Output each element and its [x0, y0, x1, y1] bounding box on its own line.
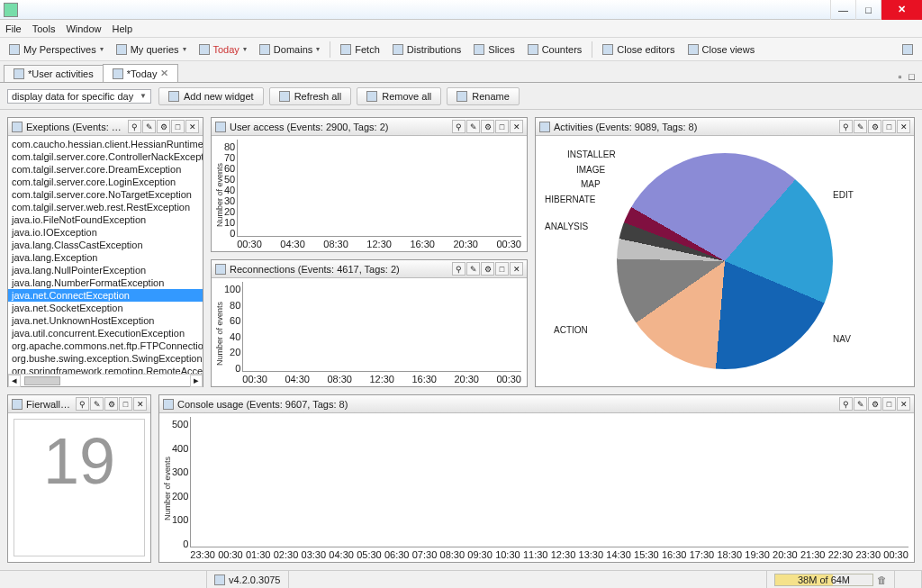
- main-toolbar: My Perspectives▾My queries▾Today▾Domains…: [0, 38, 922, 61]
- btn-refresh-all[interactable]: Refresh all: [269, 87, 352, 105]
- exception-item[interactable]: java.io.IOException: [8, 226, 203, 239]
- status-bar: v4.2.0.3075 38M of 64M 🗑: [0, 570, 922, 588]
- exception-item[interactable]: java.lang.NullPointerException: [8, 264, 203, 276]
- tools-icon[interactable]: ✎: [142, 120, 156, 133]
- maximize-icon[interactable]: □: [495, 262, 509, 276]
- exceptions-icon: [12, 122, 23, 132]
- tools-icon[interactable]: ✎: [854, 120, 867, 133]
- toolbar-fetch[interactable]: Fetch: [335, 42, 385, 57]
- menu-file[interactable]: File: [5, 23, 22, 34]
- exception-item[interactable]: java.net.ConnectException: [8, 289, 203, 302]
- tools-icon[interactable]: ✎: [854, 397, 867, 411]
- editor-tabs: *User activities*Today⨯ ▫ □: [0, 61, 922, 83]
- pin-icon[interactable]: ⚲: [839, 397, 853, 411]
- settings-icon[interactable]: ⚙: [157, 120, 170, 133]
- settings-icon[interactable]: ⚙: [104, 397, 118, 411]
- toolbar-today[interactable]: Today▾: [194, 42, 252, 57]
- console-usage-chart: Number of events500400300200100023:3000:…: [159, 413, 914, 562]
- trash-icon[interactable]: 🗑: [877, 574, 887, 585]
- maximize-icon[interactable]: □: [171, 120, 185, 133]
- exception-item[interactable]: com.caucho.hessian.client.HessianRuntime…: [8, 138, 203, 150]
- chevron-down-icon: ▾: [243, 45, 247, 53]
- settings-icon[interactable]: ⚙: [481, 120, 494, 133]
- close-icon[interactable]: ✕: [510, 262, 523, 276]
- chevron-down-icon: ▾: [316, 45, 320, 53]
- exception-item[interactable]: com.talgil.server.core.LoginException: [8, 176, 203, 188]
- btn-remove-all[interactable]: Remove all: [357, 87, 441, 105]
- exception-item[interactable]: org.springframework.remoting.RemoteAcces…: [8, 365, 203, 374]
- btn-add-new-widget[interactable]: Add new widget: [158, 87, 264, 105]
- close-tab-icon[interactable]: ⨯: [160, 68, 168, 79]
- btn-rename[interactable]: Rename: [447, 87, 520, 105]
- exceptions-panel: Exeptions (Events: 408, ... ⚲✎⚙□✕ com.ca…: [7, 117, 203, 387]
- pin-icon[interactable]: ⚲: [452, 262, 466, 276]
- close-icon[interactable]: ✕: [510, 120, 523, 133]
- exception-item[interactable]: java.lang.Exception: [8, 251, 203, 264]
- menu-help[interactable]: Help: [113, 23, 133, 34]
- maximize-icon[interactable]: □: [119, 397, 132, 411]
- tools-icon[interactable]: ✎: [466, 262, 480, 276]
- app-icon: [4, 3, 18, 17]
- exception-item[interactable]: org.apache.commons.net.ftp.FTPConnection…: [8, 339, 203, 352]
- tab-useractivities[interactable]: *User activities: [4, 65, 104, 82]
- close-icon[interactable]: ✕: [185, 120, 199, 133]
- dashboard-toolbar: display data for specific day ▼ Add new …: [0, 83, 922, 110]
- maximize-button[interactable]: □: [855, 0, 881, 20]
- menu-tools[interactable]: Tools: [32, 23, 56, 34]
- pie-label-hibernate: HIBERNATE: [545, 194, 596, 204]
- minimize-view-icon[interactable]: ▫: [894, 71, 905, 82]
- user-access-panel: User access (Events: 2900, Tags: 2) ⚲✎⚙□…: [211, 117, 528, 252]
- maximize-icon[interactable]: □: [882, 120, 896, 133]
- chevron-down-icon: ▼: [140, 92, 147, 100]
- exception-item[interactable]: java.net.SocketException: [8, 302, 203, 314]
- settings-icon[interactable]: ⚙: [481, 262, 494, 276]
- close-icon[interactable]: ✕: [133, 397, 147, 411]
- memory-gauge: 38M of 64M: [774, 574, 873, 586]
- pin-icon[interactable]: ⚲: [839, 120, 853, 133]
- counters-icon: [528, 44, 538, 55]
- exception-item[interactable]: java.io.FileNotFoundException: [8, 213, 203, 226]
- exception-item[interactable]: com.talgil.server.core.NoTargetException: [8, 188, 203, 201]
- exceptions-list[interactable]: com.caucho.hessian.client.HessianRuntime…: [8, 136, 203, 374]
- tools-icon[interactable]: ✎: [90, 397, 104, 411]
- display-mode-select[interactable]: display data for specific day ▼: [7, 89, 151, 104]
- user-access-chart: Number of events8070605040302010000:3004…: [212, 136, 527, 251]
- activities-icon: [539, 122, 550, 132]
- exception-item[interactable]: com.talgil.server.core.DreamException: [8, 163, 203, 176]
- maximize-icon[interactable]: □: [882, 397, 896, 411]
- exception-item[interactable]: java.util.concurrent.ExecutionException: [8, 327, 203, 339]
- reconnections-title: Reconnections (Events: 4617, Tags: 2): [230, 264, 448, 275]
- perspective-button[interactable]: [897, 42, 918, 57]
- close-icon[interactable]: ✕: [897, 397, 910, 411]
- exception-item[interactable]: com.talgil.server.web.rest.RestException: [8, 201, 203, 213]
- toolbar-my-perspectives[interactable]: My Perspectives▾: [4, 42, 109, 57]
- exception-item[interactable]: java.net.UnknownHostException: [8, 314, 203, 327]
- toolbar-distributions[interactable]: Distributions: [387, 42, 467, 57]
- exception-item[interactable]: java.lang.ClassCastException: [8, 239, 203, 251]
- toolbar-my-queries[interactable]: My queries▾: [111, 42, 192, 57]
- tab-today[interactable]: *Today⨯: [103, 64, 179, 82]
- pin-icon[interactable]: ⚲: [452, 120, 466, 133]
- toolbar-slices[interactable]: Slices: [468, 42, 520, 57]
- settings-icon[interactable]: ⚙: [868, 120, 881, 133]
- maximize-icon[interactable]: □: [495, 120, 509, 133]
- close-icon[interactable]: ✕: [897, 120, 910, 133]
- menu-window[interactable]: Window: [66, 23, 101, 34]
- exception-item[interactable]: com.talgil.server.core.ControllerNackExc…: [8, 150, 203, 163]
- settings-icon[interactable]: ⚙: [868, 397, 881, 411]
- my-perspectives-icon: [9, 44, 20, 55]
- minimize-button[interactable]: —: [830, 0, 855, 20]
- exception-item[interactable]: org.bushe.swing.exception.SwingException: [8, 352, 203, 365]
- exceptions-hscrollbar[interactable]: ◂▸: [8, 374, 203, 386]
- tools-icon[interactable]: ✎: [466, 120, 480, 133]
- close-button[interactable]: ✕: [881, 0, 922, 20]
- toolbar-close-views[interactable]: Close views: [682, 42, 761, 57]
- toolbar-counters[interactable]: Counters: [522, 42, 588, 57]
- toolbar-domains[interactable]: Domains▾: [254, 42, 325, 57]
- fetch-icon: [340, 44, 351, 55]
- pin-icon[interactable]: ⚲: [76, 397, 89, 411]
- toolbar-close-editors[interactable]: Close editors: [597, 42, 680, 57]
- maximize-view-icon[interactable]: □: [905, 71, 918, 82]
- pin-icon[interactable]: ⚲: [128, 120, 141, 133]
- exception-item[interactable]: java.lang.NumberFormatException: [8, 276, 203, 289]
